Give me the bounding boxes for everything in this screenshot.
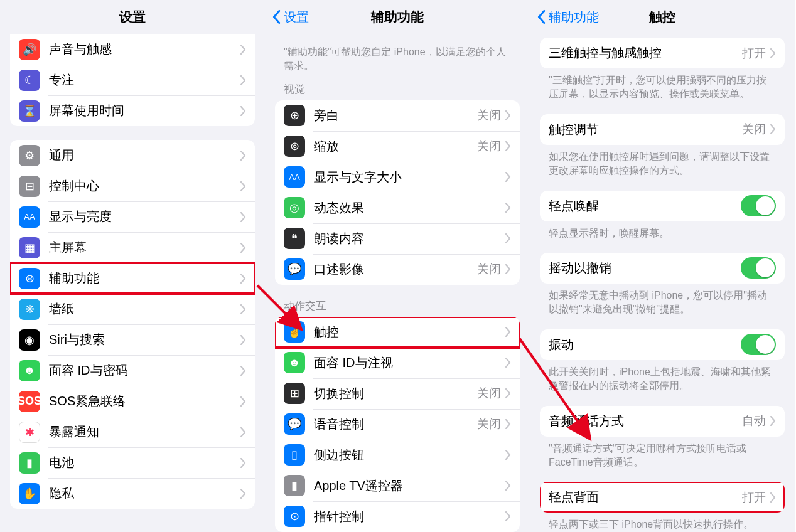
row-icon: ⊚ <box>284 136 305 157</box>
chevron-right-icon <box>240 75 246 85</box>
settings-row[interactable]: ⊙指针控制 <box>275 501 520 532</box>
row-label: 显示与文字大小 <box>314 169 505 186</box>
settings-group-2: ⚙通用⊟控制中心AA显示与亮度▦主屏幕⊛辅助功能❋墙纸◉Siri与搜索☻面容 I… <box>10 140 255 509</box>
row-label: 侧边按钮 <box>314 447 505 464</box>
row-label: 口述影像 <box>314 261 477 278</box>
settings-row[interactable]: ▯侧边按钮 <box>275 440 520 471</box>
settings-row[interactable]: ⊛辅助功能 <box>10 263 255 294</box>
settings-row[interactable]: 音频通话方式自动 <box>540 406 785 437</box>
row-value: 关闭 <box>477 261 501 277</box>
settings-row[interactable]: ❋墙纸 <box>10 294 255 324</box>
settings-row[interactable]: 触控调节关闭 <box>540 114 785 145</box>
row-label: 主屏幕 <box>49 239 240 256</box>
settings-row[interactable]: 轻点背面打开 <box>540 482 785 513</box>
chevron-right-icon <box>240 181 246 191</box>
chevron-right-icon <box>505 327 511 337</box>
row-value: 关闭 <box>477 416 501 432</box>
footer-note: 轻点两下或三下 iPhone背面以快速执行操作。 <box>530 518 795 531</box>
row-label: 语音控制 <box>314 416 477 433</box>
chevron-right-icon <box>770 48 776 58</box>
settings-row[interactable]: 💬语音控制关闭 <box>275 409 520 440</box>
touch-group: 轻点背面打开 <box>540 482 785 513</box>
row-value: 打开 <box>742 489 766 506</box>
row-icon: ⊕ <box>284 105 305 126</box>
footer-note: 如果经常无意中摇动到 iPhone，您可以停用"摇动以撤销"来避免出现"撤销"提… <box>530 289 795 317</box>
settings-row[interactable]: ✱暴露通知 <box>10 417 255 447</box>
row-label: 朗读内容 <box>314 230 505 247</box>
toggle-row[interactable]: 摇动以撤销 <box>540 253 785 284</box>
settings-row[interactable]: ☻面容 ID与密码 <box>10 355 255 386</box>
row-value: 自动 <box>742 413 766 429</box>
settings-row[interactable]: ☾专注 <box>10 65 255 95</box>
row-icon: ⊙ <box>284 506 305 527</box>
chevron-right-icon <box>240 106 246 116</box>
row-label: 电池 <box>49 454 240 471</box>
settings-row[interactable]: ▮电池 <box>10 447 255 478</box>
settings-row[interactable]: AA显示与文字大小 <box>275 162 520 193</box>
toggle-row[interactable]: 轻点唤醒 <box>540 191 785 221</box>
settings-row[interactable]: ⊚缩放关闭 <box>275 131 520 162</box>
settings-row[interactable]: 🔊声音与触感 <box>10 34 255 65</box>
row-icon: ❋ <box>19 299 40 320</box>
chevron-right-icon <box>240 489 246 499</box>
settings-row[interactable]: 三维触控与触感触控打开 <box>540 38 785 68</box>
settings-row[interactable]: ☝触控 <box>275 317 520 348</box>
row-icon: ☻ <box>284 352 305 373</box>
back-button[interactable]: 辅助功能 <box>536 9 599 26</box>
settings-row[interactable]: ☻面容 ID与注视 <box>275 348 520 378</box>
row-label: 面容 ID与注视 <box>314 354 505 371</box>
row-label: 控制中心 <box>49 178 240 194</box>
row-label: 触控调节 <box>549 121 742 138</box>
toggle-switch[interactable] <box>741 334 776 355</box>
settings-row[interactable]: ▮Apple TV遥控器 <box>275 471 520 501</box>
row-icon: ☝ <box>284 321 305 343</box>
settings-row[interactable]: 💬口述影像关闭 <box>275 254 520 285</box>
settings-row[interactable]: ⊟控制中心 <box>10 171 255 201</box>
row-label: SOS紧急联络 <box>49 393 240 410</box>
row-icon: ⌛ <box>19 100 40 122</box>
chevron-left-icon <box>271 9 281 24</box>
settings-row[interactable]: ◎动态效果 <box>275 193 520 223</box>
row-label: 三维触控与触感触控 <box>549 45 742 61</box>
toggle-row[interactable]: 振动 <box>540 329 785 360</box>
row-label: 轻点背面 <box>549 489 742 506</box>
row-icon: ▯ <box>284 444 305 466</box>
row-label: 振动 <box>549 336 741 353</box>
row-icon: 💬 <box>284 258 305 280</box>
settings-row[interactable]: AA显示与亮度 <box>10 201 255 232</box>
row-label: 切换控制 <box>314 385 477 402</box>
row-label: 面容 ID与密码 <box>49 362 240 379</box>
chevron-right-icon <box>240 212 246 222</box>
row-icon: ⊟ <box>19 176 40 197</box>
nav-bar: 设置 <box>0 0 265 34</box>
settings-row[interactable]: ⊞切换控制关闭 <box>275 378 520 409</box>
row-label: 辅助功能 <box>49 270 240 287</box>
row-label: 屏幕使用时间 <box>49 102 240 119</box>
toggle-switch[interactable] <box>741 195 776 216</box>
row-label: 隐私 <box>49 485 240 502</box>
toggle-switch[interactable] <box>741 257 776 279</box>
settings-row[interactable]: ⚙通用 <box>10 140 255 171</box>
row-label: 专注 <box>49 72 240 88</box>
row-label: 通用 <box>49 147 240 164</box>
settings-group-1: 🔊声音与触感☾专注⌛屏幕使用时间 <box>10 34 255 126</box>
row-icon: ✋ <box>19 483 40 504</box>
row-value: 打开 <box>742 45 766 61</box>
settings-row[interactable]: ❝朗读内容 <box>275 223 520 254</box>
settings-row[interactable]: ✋隐私 <box>10 478 255 509</box>
settings-row[interactable]: SOSSOS紧急联络 <box>10 386 255 417</box>
row-icon: ☾ <box>19 70 40 91</box>
row-icon: ▮ <box>284 475 305 496</box>
settings-row[interactable]: ⊕旁白关闭 <box>275 100 520 131</box>
settings-row[interactable]: ⌛屏幕使用时间 <box>10 95 255 126</box>
intro-text: "辅助功能"可帮助您自定 iPhone，以满足您的个人需求。 <box>265 45 530 73</box>
row-icon: ◉ <box>19 329 40 351</box>
touch-group: 摇动以撤销 <box>540 253 785 284</box>
nav-title: 辅助功能 <box>371 8 424 26</box>
settings-row[interactable]: ◉Siri与搜索 <box>10 324 255 355</box>
row-icon: ◎ <box>284 197 305 218</box>
back-button[interactable]: 设置 <box>271 9 309 26</box>
screen-settings: 设置 🔊声音与触感☾专注⌛屏幕使用时间 ⚙通用⊟控制中心AA显示与亮度▦主屏幕⊛… <box>0 0 265 532</box>
settings-row[interactable]: ▦主屏幕 <box>10 232 255 263</box>
vision-group: ⊕旁白关闭⊚缩放关闭AA显示与文字大小◎动态效果❝朗读内容💬口述影像关闭 <box>275 100 520 285</box>
